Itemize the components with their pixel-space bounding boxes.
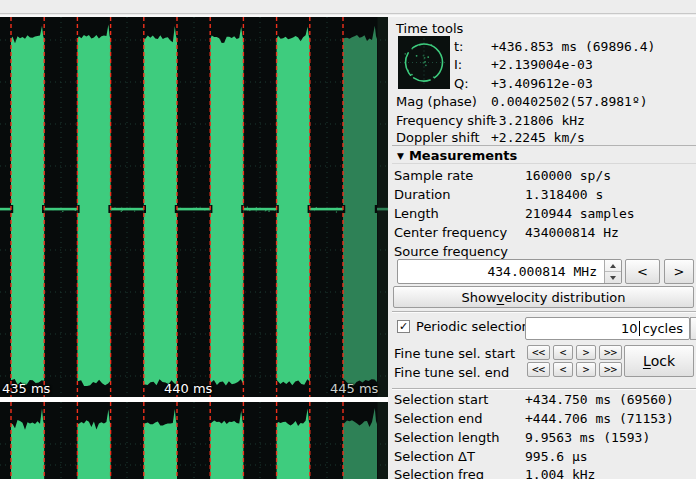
panel-title: Time tools	[396, 21, 463, 36]
frequency-spinner[interactable]	[604, 260, 621, 283]
row-value: +2.2245 km/s	[491, 130, 585, 145]
show-velocity-distribution-button[interactable]: Show velocity distribution	[393, 286, 694, 308]
row-value: 1.004 kHz	[525, 467, 595, 479]
sample-rate-row: Sample rate 160000 sp/s	[392, 168, 696, 186]
row-value: 9.9563 ms (1593)	[525, 430, 650, 445]
periodic-selection-label: Periodic selection	[416, 319, 530, 334]
spin-down-button[interactable]	[605, 272, 621, 283]
button-text: elocity distribution	[504, 290, 625, 305]
frequency-spinbox[interactable]: 434.000814 MHz	[397, 259, 622, 284]
row-label: Sample rate	[394, 168, 473, 183]
t-row: t: +436.853 ms (69896.4)	[392, 39, 696, 57]
i-row: I: +2.139004e-03	[392, 57, 696, 75]
row-value: +436.853 ms (69896.4)	[491, 39, 655, 54]
cycles-value: 10	[621, 321, 638, 336]
row-label: Frequency shift	[396, 113, 495, 128]
row-value: 0.00402502(57.8981º)	[491, 94, 648, 109]
spin-up-button[interactable]	[605, 260, 621, 272]
selection-delta-t-row: Selection ΔT 995.6 µs	[392, 449, 696, 467]
waveform-plot-1[interactable]	[0, 17, 388, 397]
row-label: Length	[394, 206, 439, 221]
measurements-header-label: Measurements	[409, 148, 517, 163]
center-frequency-row: Center frequency 434000814 Hz	[392, 225, 696, 243]
mag-phase-row: Mag (phase) 0.00402502(57.8981º)	[392, 94, 696, 112]
start-step-forward-button[interactable]: >	[576, 345, 596, 360]
periodic-selection-checkbox[interactable]: ✓	[397, 320, 410, 333]
separator	[392, 311, 696, 313]
cycles-input[interactable]: 10cycles	[525, 317, 690, 340]
time-tools-panel: Time tools t: +436.853 ms (69896.4) I: +…	[392, 0, 696, 479]
waveform-lane-1[interactable]: 435 ms 440 ms 445 ms	[0, 17, 388, 397]
check-icon: ✓	[399, 320, 408, 333]
selection-freq-row: Selection freq 1.004 kHz	[392, 467, 696, 479]
cycles-spinner-clipped[interactable]	[690, 317, 696, 340]
row-label: Center frequency	[394, 225, 507, 240]
waveform-lane-2[interactable]	[0, 402, 388, 479]
time-axis-label: 440 ms	[164, 381, 212, 396]
row-label: Selection start	[394, 392, 488, 407]
q-row: Q: +3.409612e-03	[392, 76, 696, 94]
collapse-arrow-icon: ▼	[397, 151, 404, 161]
row-value: 434000814 Hz	[525, 225, 619, 240]
separator	[392, 388, 696, 390]
arrow-up-icon	[610, 264, 616, 268]
window-top-strip	[0, 0, 696, 14]
window-top-strip-highlight	[0, 15, 696, 17]
row-value: +2.139004e-03	[491, 57, 593, 72]
row-label: Doppler shift	[396, 130, 480, 145]
row-label: Selection ΔT	[394, 449, 475, 464]
row-value: +434.750 ms (69560)	[525, 392, 674, 407]
end-step-back-button[interactable]: <	[553, 362, 573, 377]
button-text-accel: L	[643, 353, 651, 369]
row-value: -3.21806 kHz	[491, 113, 585, 128]
fine-tune-start-label: Fine tune sel. start	[394, 346, 515, 361]
row-value: +444.706 ms (71153)	[525, 411, 674, 426]
frequency-shift-row: Frequency shift -3.21806 kHz	[392, 113, 696, 131]
row-label: I:	[454, 57, 462, 72]
row-value: 995.6 µs	[525, 449, 588, 464]
row-label: Selection freq	[394, 467, 484, 479]
waveform-plot-2[interactable]	[0, 402, 388, 479]
row-value: 210944 samples	[525, 206, 635, 221]
measurements-header[interactable]: ▼Measurements	[392, 145, 696, 164]
time-axis-label: 445 ms	[330, 381, 378, 396]
row-label: Selection end	[394, 411, 483, 426]
row-label: Mag (phase)	[396, 94, 477, 109]
row-label: Q:	[454, 76, 469, 91]
start-step-back-button[interactable]: <	[553, 345, 573, 360]
arrow-down-icon	[610, 276, 616, 280]
lock-button[interactable]: Lock	[624, 345, 694, 377]
fine-tune-end-label: Fine tune sel. end	[394, 365, 509, 380]
start-big-step-back-button[interactable]: <<	[527, 345, 550, 360]
row-value: +3.409612e-03	[491, 76, 593, 91]
text-caret	[639, 321, 640, 336]
row-value: 1.318400 s	[525, 187, 603, 202]
button-text: Show	[461, 290, 496, 305]
row-value: 160000 sp/s	[525, 168, 611, 183]
cycles-suffix: cycles	[643, 321, 683, 336]
selection-length-row: Selection length 9.9563 ms (1593)	[392, 430, 696, 448]
duration-row: Duration 1.318400 s	[392, 187, 696, 205]
row-label: Duration	[394, 187, 450, 202]
selection-end-row: Selection end +444.706 ms (71153)	[392, 411, 696, 429]
end-step-forward-button[interactable]: >	[576, 362, 596, 377]
button-text: ock	[651, 353, 675, 369]
end-big-step-back-button[interactable]: <<	[527, 362, 550, 377]
frequency-next-button[interactable]: >	[664, 259, 694, 284]
selection-start-row: Selection start +434.750 ms (69560)	[392, 392, 696, 410]
row-label: t:	[454, 39, 463, 54]
button-text-accel: v	[497, 290, 505, 305]
start-big-step-forward-button[interactable]: >>	[599, 345, 622, 360]
row-label: Source frequency	[394, 244, 508, 259]
length-row: Length 210944 samples	[392, 206, 696, 224]
frequency-value: 434.000814 MHz	[487, 264, 597, 279]
time-axis-label: 435 ms	[2, 381, 50, 396]
row-label: Selection length	[394, 430, 499, 445]
frequency-prev-button[interactable]: <	[625, 259, 660, 284]
end-big-step-forward-button[interactable]: >>	[599, 362, 622, 377]
